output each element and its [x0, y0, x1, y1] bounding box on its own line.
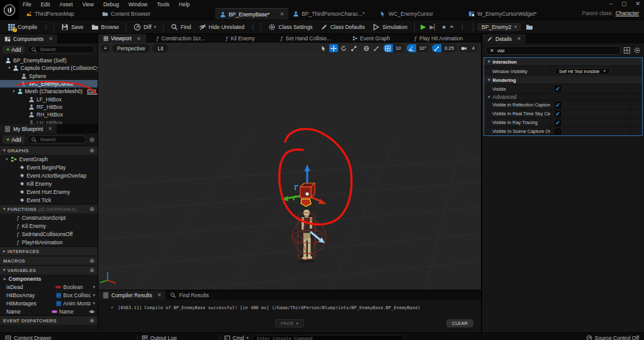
- event-dispatchers-header[interactable]: EVENT DISPATCHERS ⊕: [0, 315, 98, 325]
- tab-wc-enemycursor[interactable]: WC_EnemyCursor: [375, 8, 438, 20]
- close-icon[interactable]: ✕: [137, 36, 141, 42]
- expand-caret-icon[interactable]: ▸: [4, 276, 6, 281]
- hide-unrelated-options-icon[interactable]: ⋮: [248, 24, 257, 30]
- rotation-snap-icon[interactable]: [407, 44, 416, 52]
- compile-button[interactable]: ? Compile: [4, 21, 41, 33]
- window-visibility-dropdown[interactable]: Self Hit Test Invisible ▾: [555, 68, 610, 75]
- grid-snap-control[interactable]: 10: [383, 44, 404, 52]
- tab-set-hand-collision[interactable]: ƒ Set Hand Collisio...: [275, 34, 336, 43]
- tab-kil-enemy[interactable]: ƒ Kil Enemy: [220, 34, 260, 43]
- event-tick-item[interactable]: ◈ Event Tick: [0, 196, 98, 204]
- scale-tool-icon[interactable]: [349, 44, 358, 52]
- compile-log-line[interactable]: • [6563.11] Compile of BP_EnemyBase succ…: [98, 300, 481, 310]
- expand-caret-icon[interactable]: ▾: [13, 89, 15, 94]
- close-icon[interactable]: ✕: [157, 292, 162, 298]
- browse-to-debug-object-icon[interactable]: [526, 23, 533, 31]
- close-icon[interactable]: ✕: [635, 1, 640, 7]
- function-sethandcollisionsoff-item[interactable]: ƒ SetHandCollisionsOff: [0, 230, 98, 238]
- content-drawer-button[interactable]: Content Drawer: [5, 335, 52, 340]
- graphs-header[interactable]: ▾ GRAPHS ⊕: [0, 145, 98, 155]
- diff-dropdown[interactable]: Diff ▾: [130, 21, 160, 33]
- menu-asset[interactable]: Asset: [59, 1, 72, 8]
- menu-debug[interactable]: Debug: [103, 1, 119, 8]
- my-blueprint-search-input[interactable]: [40, 137, 82, 142]
- tab-my-blueprint[interactable]: My Blueprint ✕: [0, 124, 57, 133]
- event-beginplay-item[interactable]: ◈ Event BeginPlay: [0, 163, 98, 171]
- tab-components[interactable]: Components ✕: [0, 34, 57, 43]
- edit-in-cpp-link[interactable]: Edit in C+: [87, 88, 98, 94]
- close-tab-icon[interactable]: ✕: [280, 11, 284, 17]
- restore-icon[interactable]: ▢: [621, 1, 627, 7]
- function-constructionscript-item[interactable]: ƒ ConstructionScript: [0, 213, 98, 222]
- tree-item-mesh[interactable]: ▾ Mesh (CharacterMesh0) Edit in C+: [0, 88, 98, 95]
- close-icon[interactable]: ✕: [517, 36, 521, 42]
- scale-snap-control[interactable]: 0.25: [432, 44, 457, 52]
- variables-header[interactable]: ▾ VARIABLES ⊕: [0, 265, 98, 275]
- rotate-tool-icon[interactable]: [339, 44, 348, 52]
- select-tool-icon[interactable]: [319, 44, 328, 52]
- function-kilenemy-item[interactable]: ƒ Kil Enemy: [0, 222, 98, 230]
- source-control-button[interactable]: Source Control Off: [586, 335, 639, 340]
- scale-snap-icon[interactable]: [432, 44, 441, 52]
- tab-compiler-results[interactable]: Compiler Results ✕: [98, 290, 166, 300]
- clear-search-icon[interactable]: ✕: [490, 48, 494, 54]
- output-log-button[interactable]: Output Log: [142, 335, 177, 340]
- event-actorbeginoverlap-item[interactable]: ◈ Event ActorBeginOverlap: [0, 171, 98, 179]
- tree-item-rf-hitbox[interactable]: RF_HitBox: [0, 103, 98, 111]
- gear-icon[interactable]: [89, 137, 95, 143]
- components-search-input[interactable]: [40, 47, 91, 52]
- eject-icon[interactable]: ⏶: [449, 23, 454, 30]
- close-icon[interactable]: ✕: [48, 36, 53, 42]
- tree-item-lf-hitbox[interactable]: LF_HitBox: [0, 95, 98, 103]
- play-icon[interactable]: ▶: [421, 23, 426, 31]
- menu-help[interactable]: Help: [179, 1, 189, 8]
- tab-content-browser[interactable]: Content Browser: [98, 8, 155, 20]
- close-icon[interactable]: ✕: [48, 126, 52, 132]
- surface-snap-icon[interactable]: [372, 44, 381, 52]
- chevron-down-icon[interactable]: ▾: [93, 301, 95, 306]
- tab-w-enemycursorwidget[interactable]: W_EnemyCursorWidget*: [464, 8, 541, 20]
- tree-item-wc-enemycursor[interactable]: WC_EnemyCursor: [0, 80, 98, 88]
- menu-window[interactable]: Window: [128, 1, 147, 8]
- add-component-button[interactable]: + Add: [3, 45, 25, 54]
- tree-item-capsule[interactable]: ▾ Capsule Component (CollisionCylinde: [0, 64, 98, 72]
- class-defaults-button[interactable]: Class Defaults: [317, 21, 369, 33]
- variable-hitmontages[interactable]: HitMontages Anim Montag ▾: [0, 299, 98, 307]
- variable-hitboxarray[interactable]: HitBoxArray Box Collision ▾: [0, 291, 98, 299]
- visible-scene-capture-only-checkbox[interactable]: [555, 128, 561, 135]
- class-settings-button[interactable]: Class Settings: [264, 21, 316, 33]
- variables-category-components[interactable]: ▸ Components: [0, 275, 98, 283]
- simulation-button[interactable]: Simulation: [368, 21, 411, 33]
- grid-snap-icon[interactable]: [383, 44, 393, 52]
- expand-caret-icon[interactable]: ▾: [8, 65, 11, 71]
- event-hurtenemy-item[interactable]: ◈ Event Hurt Enemy: [0, 188, 98, 196]
- interfaces-header[interactable]: ▸ INTERFACES: [0, 246, 98, 256]
- tab-thirdpersonmap[interactable]: ThirdPersonMap: [21, 8, 79, 20]
- visible-checkbox[interactable]: [555, 86, 561, 92]
- tab-bp-enemybase[interactable]: BP_EnemyBase* ✕: [215, 8, 288, 20]
- perspective-dropdown[interactable]: Perspective: [112, 44, 150, 52]
- visible-reflection-captures-checkbox[interactable]: [555, 102, 561, 108]
- add-macro-icon[interactable]: ⊕: [89, 258, 94, 264]
- minimize-icon[interactable]: –: [609, 1, 613, 7]
- tab-find-results[interactable]: Find Results: [166, 290, 213, 300]
- tree-item-self[interactable]: BP_EnemyBase (Self): [0, 57, 98, 64]
- tree-item-sphere[interactable]: Sphere: [0, 72, 98, 80]
- variable-name[interactable]: Name Name: [0, 307, 98, 315]
- add-dispatcher-icon[interactable]: ⊕: [89, 317, 94, 324]
- tab-details[interactable]: Details ✕: [482, 34, 526, 43]
- advanced-subsection-header[interactable]: ▾ Advanced: [484, 93, 642, 100]
- rotation-snap-value[interactable]: 10°: [416, 45, 429, 51]
- rendering-section-header[interactable]: ▾ Rendering: [484, 76, 642, 84]
- rotation-snap-control[interactable]: 10°: [407, 44, 429, 52]
- chevron-down-icon[interactable]: ▾: [93, 293, 95, 298]
- debug-object-dropdown[interactable]: BP_Enemy2 ▾: [477, 22, 522, 32]
- camera-speed-control[interactable]: 4: [460, 44, 478, 52]
- chevron-down-icon[interactable]: ▾: [93, 285, 95, 290]
- add-function-icon[interactable]: ⊕: [89, 206, 94, 212]
- menu-tools[interactable]: Tools: [157, 1, 169, 8]
- interaction-section-header[interactable]: ▾ Interaction: [484, 58, 642, 65]
- parent-class-link[interactable]: Character: [616, 10, 639, 16]
- tab-viewport[interactable]: Viewport ✕: [98, 34, 146, 43]
- camera-speed-icon[interactable]: [460, 44, 469, 52]
